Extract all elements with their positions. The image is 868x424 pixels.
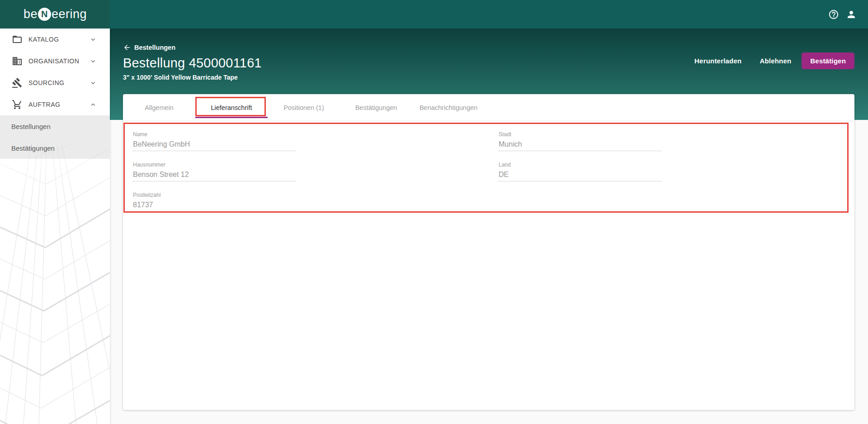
sidebar-nav: KATALOG ORGANISATION SOURCING bbox=[0, 29, 110, 159]
sidebar-item-organisation[interactable]: ORGANISATION bbox=[0, 50, 110, 72]
back-arrow-icon bbox=[123, 43, 131, 52]
topbar: beNeering bbox=[0, 0, 868, 29]
field-label: Postleitzahl bbox=[133, 192, 296, 198]
chevron-down-icon bbox=[89, 57, 97, 65]
gavel-icon bbox=[12, 77, 23, 88]
sidebar: KATALOG ORGANISATION SOURCING bbox=[0, 29, 110, 424]
field-value: 81737 bbox=[133, 201, 296, 212]
sidebar-item-label: KATALOG bbox=[28, 36, 89, 43]
field-value: Benson Street 12 bbox=[133, 171, 296, 181]
field-value: Munich bbox=[499, 140, 661, 151]
breadcrumb-back[interactable]: Bestellungen bbox=[123, 43, 262, 52]
tab-positionen[interactable]: Positionen (1) bbox=[268, 94, 340, 121]
chevron-down-icon bbox=[89, 35, 97, 43]
logo-text-pre: be bbox=[24, 7, 38, 21]
beneering-logo[interactable]: beNeering bbox=[24, 7, 87, 21]
reject-button[interactable]: Ablehnen bbox=[752, 53, 799, 69]
download-button[interactable]: Herunterladen bbox=[687, 53, 749, 69]
field-label: Hausnummer bbox=[133, 162, 296, 168]
sidebar-item-bestellungen[interactable]: Bestellungen bbox=[0, 115, 110, 137]
logo-text-post: eering bbox=[52, 7, 87, 21]
folder-icon bbox=[12, 34, 23, 45]
user-account-icon[interactable] bbox=[846, 9, 857, 20]
sidebar-item-katalog[interactable]: KATALOG bbox=[0, 29, 110, 50]
topbar-logo-section: beNeering bbox=[0, 0, 110, 29]
sidebar-item-bestaetigungen[interactable]: Bestätigungen bbox=[0, 137, 110, 159]
app-root: beNeering bbox=[0, 0, 868, 424]
field-value: BeNeering GmbH bbox=[133, 140, 296, 151]
tab-benachrichtigungen[interactable]: Benachrichtigungen bbox=[412, 94, 485, 121]
logo-n-icon: N bbox=[38, 8, 51, 21]
sidebar-item-sourcing[interactable]: SOURCING bbox=[0, 72, 110, 94]
breadcrumb-label: Bestellungen bbox=[134, 44, 175, 51]
submenu-item-label: Bestätigungen bbox=[11, 144, 55, 152]
help-icon[interactable] bbox=[828, 9, 839, 20]
confirm-button[interactable]: Bestätigen bbox=[802, 52, 854, 69]
field-label: Stadt bbox=[499, 131, 661, 138]
tab-bar: Allgemein Lieferanschrift Positionen (1)… bbox=[123, 94, 854, 121]
submenu-item-label: Bestellungen bbox=[11, 123, 51, 130]
page-title: Bestellung 4500001161 bbox=[123, 56, 262, 71]
delivery-address-form: Name BeNeering GmbH Stadt Munich Hausnum… bbox=[123, 121, 854, 222]
header-actions: Herunterladen Ablehnen Bestätigen bbox=[687, 52, 854, 69]
topbar-actions bbox=[110, 0, 868, 29]
field-name: Name BeNeering GmbH bbox=[133, 131, 296, 151]
tab-lieferanschrift[interactable]: Lieferanschrift bbox=[195, 94, 268, 121]
order-detail-card: Allgemein Lieferanschrift Positionen (1)… bbox=[123, 94, 854, 410]
sidebar-item-auftrag[interactable]: AUFTRAG bbox=[0, 94, 110, 115]
field-land: Land DE bbox=[499, 162, 661, 181]
field-stadt: Stadt Munich bbox=[499, 131, 661, 151]
chevron-up-icon bbox=[89, 100, 97, 109]
sidebar-item-label: ORGANISATION bbox=[28, 57, 89, 65]
tab-allgemein[interactable]: Allgemein bbox=[123, 94, 195, 121]
page-subtitle: 3" x 1000' Solid Yellow Barricade Tape bbox=[123, 74, 262, 81]
field-label: Name bbox=[133, 131, 296, 138]
sidebar-item-label: SOURCING bbox=[28, 79, 89, 86]
field-label: Land bbox=[499, 162, 661, 168]
building-icon bbox=[12, 56, 23, 67]
field-postleitzahl: Postleitzahl 81737 bbox=[133, 192, 296, 212]
page-header-text: Bestellungen Bestellung 4500001161 3" x … bbox=[123, 29, 262, 81]
auftrag-submenu: Bestellungen Bestätigungen bbox=[0, 115, 110, 159]
cart-icon bbox=[12, 99, 23, 110]
tab-bestaetigungen[interactable]: Bestätigungen bbox=[340, 94, 412, 121]
sidebar-item-label: AUFTRAG bbox=[28, 101, 89, 108]
chevron-down-icon bbox=[89, 79, 97, 87]
field-value: DE bbox=[499, 171, 661, 181]
field-hausnummer: Hausnummer Benson Street 12 bbox=[133, 162, 296, 181]
